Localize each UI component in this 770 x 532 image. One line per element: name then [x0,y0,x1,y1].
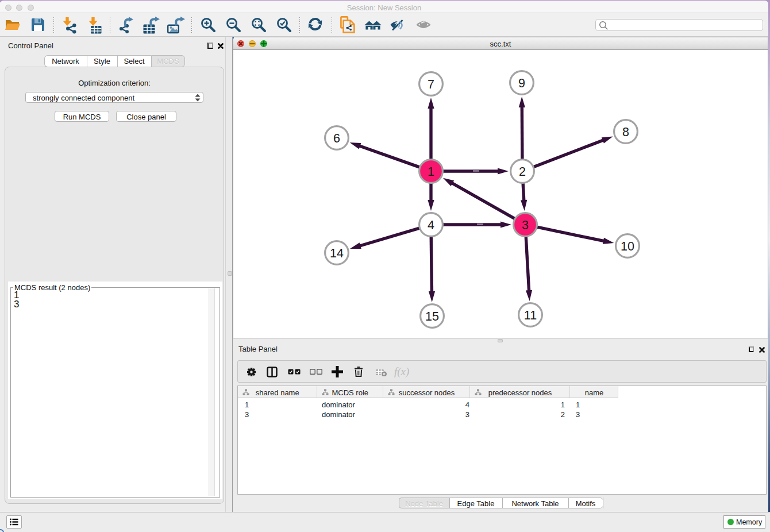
svg-text:11: 11 [524,309,537,322]
svg-text:3: 3 [522,218,529,232]
svg-text:10: 10 [621,240,634,253]
svg-text:1: 1 [428,165,434,179]
svg-text:2: 2 [519,165,526,179]
svg-text:6: 6 [333,132,340,145]
svg-text:4: 4 [428,218,434,232]
svg-text:14: 14 [330,246,344,260]
svg-text:8: 8 [622,125,629,139]
svg-text:7: 7 [428,78,434,91]
svg-text:15: 15 [425,310,439,323]
svg-text:9: 9 [518,76,525,90]
